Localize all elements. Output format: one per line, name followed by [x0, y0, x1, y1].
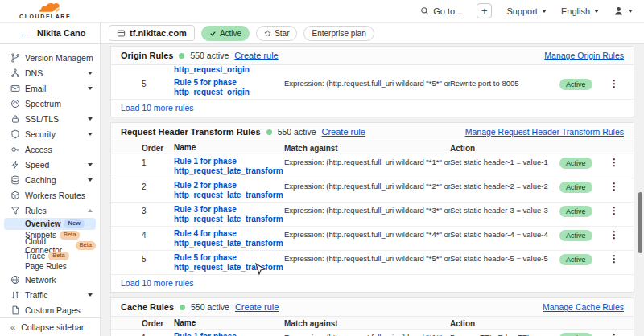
zone-status-badge: Active [201, 26, 250, 41]
bolt-icon [10, 160, 20, 170]
spectrum-icon [10, 99, 20, 109]
kebab-menu-icon[interactable]: ⋮ [605, 181, 619, 192]
support-menu[interactable]: Support [506, 6, 547, 16]
sidebar-item-spectrum[interactable]: Spectrum [0, 96, 100, 111]
sidebar-item-rules-page-rules[interactable]: Page Rules [4, 261, 96, 272]
cache-rules-header: Cache Rules 550 active Create rule Manag… [111, 298, 634, 317]
table-column-headers: Order Name Match against Action [111, 317, 634, 330]
chevron-down-icon [88, 133, 93, 136]
sidebar-item-network[interactable]: Network [0, 272, 100, 287]
kebab-menu-icon[interactable]: ⋮ [605, 332, 619, 336]
rule-action: Set static header-1 = value-1 [450, 157, 559, 166]
sidebar-item-access[interactable]: Access [0, 141, 100, 157]
traffic-icon [10, 290, 20, 300]
lock-icon [10, 114, 20, 124]
rule-name-link[interactable]: Rule 5 for phase http_request_origin [174, 78, 284, 97]
rule-name-link[interactable]: Rule 5 for phase http_request_late_trans… [174, 253, 284, 272]
manage-cache-rules-link[interactable]: Manage Cache Rules [543, 302, 624, 312]
language-menu[interactable]: English [561, 6, 599, 16]
back-arrow-icon[interactable]: ← [19, 27, 30, 39]
sidebar-item-traffic[interactable]: Traffic [0, 287, 100, 302]
clipped-rule-row: http_request_origin [111, 65, 634, 76]
create-rule-link[interactable]: Create rule [235, 302, 279, 312]
account-menu[interactable] [613, 6, 633, 16]
rule-name-link[interactable]: Rule 2 for phase http_request_late_trans… [174, 181, 284, 200]
column-action: Action [450, 318, 559, 328]
column-name: Name [174, 143, 284, 153]
collapse-label: Collapse sidebar [21, 322, 84, 332]
sidebar-item-label: Email [25, 84, 83, 93]
chevron-down-icon [88, 87, 93, 90]
sidebar-item-rules[interactable]: Rules [0, 203, 100, 218]
kebab-menu-icon[interactable]: ⋮ [605, 157, 619, 168]
column-match: Match against [284, 318, 450, 328]
zone-selector[interactable]: tf.nikitac.com [109, 25, 195, 41]
column-order: Order [142, 142, 174, 153]
create-rule-link[interactable]: Create rule [322, 127, 365, 137]
kebab-menu-icon[interactable]: ⋮ [605, 253, 619, 264]
chevron-down-icon [88, 117, 93, 121]
sidebar-item-label: Custom Pages [25, 305, 93, 315]
sidebar-item-label: Workers Routes [25, 191, 93, 200]
sidebar-item-rules-cloud-connector[interactable]: Cloud Connector Beta [4, 240, 96, 251]
vertical-scrollbar[interactable] [638, 192, 642, 253]
status-badge: Active [559, 230, 592, 241]
zone-name: tf.nikitac.com [130, 28, 187, 38]
sidebar-item-rules-overview[interactable]: Overview New [4, 218, 96, 230]
sidebar-item-custom-pages[interactable]: Custom Pages [0, 302, 100, 318]
create-rule-link[interactable]: Create rule [234, 51, 278, 60]
rule-name-link[interactable]: Rule 1 for phase http_request_cache_sett… [174, 332, 284, 336]
cloudflare-wordmark: CLOUDFLARE [19, 14, 71, 19]
collapse-sidebar-button[interactable]: « Collapse sidebar [0, 317, 100, 336]
go-to-search[interactable]: Go to... [420, 6, 462, 16]
sidebar-item-security[interactable]: Security [0, 126, 100, 141]
sidebar-item-workers-routes[interactable]: Workers Routes [0, 187, 100, 203]
rule-order: 3 [142, 205, 174, 215]
rule-name-link[interactable]: Rule 1 for phase http_request_late_trans… [174, 157, 284, 176]
status-badge: Active [559, 79, 592, 90]
sidebar-item-ssl-tls[interactable]: SSL/TLS [0, 111, 100, 126]
manage-request-header-transform-rules-link[interactable]: Manage Request Header Transform Rules [465, 127, 624, 137]
rules-overview-content: Origin Rules 550 active Create rule Mana… [101, 44, 644, 336]
new-badge: New [64, 219, 84, 227]
load-more-rules-link[interactable]: Load 10 more rules [121, 278, 193, 288]
rule-name-link[interactable]: Rule 3 for phase http_request_late_trans… [174, 205, 284, 224]
status-badge: Active [559, 206, 592, 217]
rule-name-link[interactable]: http_request_origin [174, 65, 284, 76]
sub-item-label: Page Rules [25, 262, 67, 271]
table-row: 4 Rule 4 for phase http_request_late_tra… [111, 227, 634, 251]
rule-order: 1 [142, 157, 174, 167]
kebab-menu-icon[interactable]: ⋮ [605, 78, 619, 89]
beta-badge: Beta [48, 252, 68, 260]
rule-match: Expression: (http.request.full_uri wildc… [284, 332, 450, 336]
status-badge: Active [559, 158, 592, 169]
rule-name-link[interactable]: Rule 4 for phase http_request_late_trans… [174, 229, 284, 248]
chevron-down-icon [594, 10, 599, 13]
sidebar-item-dns[interactable]: DNS [0, 65, 100, 80]
request-header-transform-rules-card: Request Header Transform Rules 550 activ… [110, 122, 634, 293]
sidebar-item-rules-trace[interactable]: Trace Beta [4, 251, 96, 261]
column-name: Name [174, 318, 284, 328]
sidebar-item-version-management[interactable]: Version Management [0, 50, 100, 65]
star-button[interactable]: Star [256, 26, 297, 41]
rule-order: 2 [142, 181, 174, 191]
sidebar-item-label: Access [25, 145, 93, 154]
sidebar-item-speed[interactable]: Speed [0, 157, 100, 172]
kebab-menu-icon[interactable]: ⋮ [605, 205, 619, 216]
sidebar-item-email[interactable]: Email [0, 80, 100, 96]
site-icon [117, 29, 126, 38]
page-icon [10, 305, 20, 315]
load-more-rules-link[interactable]: Load 10 more rules [121, 103, 193, 113]
manage-origin-rules-link[interactable]: Manage Origin Rules [544, 51, 624, 60]
status-badge: Active [559, 254, 592, 265]
add-site-button[interactable]: + [477, 3, 492, 18]
sidebar-item-caching[interactable]: Caching [0, 172, 100, 187]
active-count-dot [266, 129, 272, 135]
rule-match: Expression: (http.request.full_uri wildc… [284, 78, 450, 88]
cloudflare-logo[interactable]: CLOUDFLARE [19, 3, 71, 19]
rule-action: Browser TTL, Edge TTL [450, 332, 559, 336]
sub-item-label: Trace [25, 252, 45, 260]
table-row: 2 Rule 2 for phase http_request_late_tra… [111, 178, 634, 203]
active-count: 550 active [190, 51, 229, 60]
kebab-menu-icon[interactable]: ⋮ [605, 229, 619, 240]
